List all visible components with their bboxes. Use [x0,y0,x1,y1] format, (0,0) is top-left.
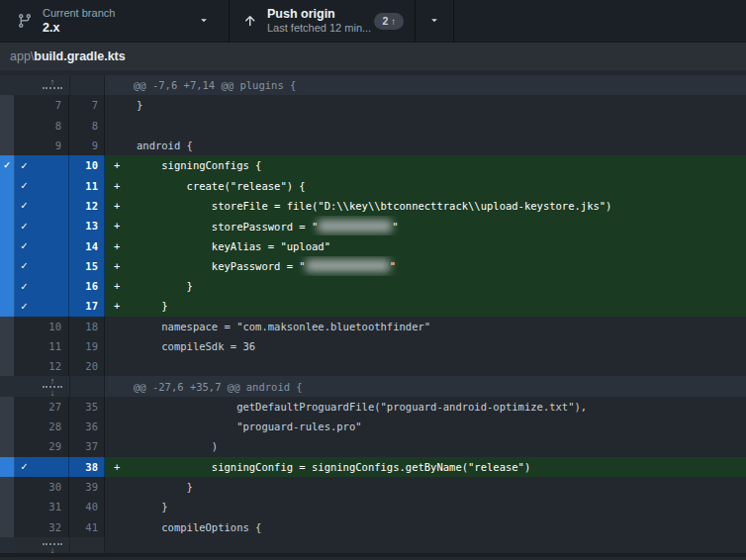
gutter-strip [0,356,15,376]
new-line-number[interactable]: 12 [69,196,105,216]
arrow-up-icon [242,14,257,29]
hunk-header-text: @@ -7,6 +7,14 @@ plugins { [134,79,296,91]
code-text: } [137,481,193,493]
code-text: } [137,280,193,292]
new-line-number: 7 [69,95,105,115]
code-text: compileOptions { [137,521,261,533]
new-line-number[interactable]: 13 [69,216,105,235]
gutter-strip [0,336,15,356]
added-line-marker: + [114,220,120,232]
line-select-checkbox[interactable]: ✓ [15,216,69,235]
check-icon: ✓ [21,280,28,293]
new-line-number[interactable]: 17 [69,296,105,316]
hunk-header: @@ -27,6 +35,7 @@ android { [105,376,746,396]
new-line-number: 39 [69,477,105,497]
diff-row: ✓17+ } [0,296,746,316]
push-origin-button[interactable]: Push origin Last fetched 12 min... 2 ↑ [230,0,415,42]
new-line-number: 41 [69,517,105,537]
new-line-number[interactable]: 16 [69,276,105,296]
code-text: getDefaultProguardFile("proguard-android… [137,401,587,413]
line-select-checkbox[interactable]: ✓ [15,155,69,175]
diff-row: 2836 "proguard-rules.pro" [0,417,746,436]
new-line-number: 18 [69,317,105,336]
added-line-marker: + [114,461,120,473]
code-line: + storeFile = file("D:\\key\\btconnecttr… [105,196,746,216]
diff-row: ✓11+ create("release") { [0,175,746,195]
expand-hunk-both-button[interactable]: ↑↓ [43,376,62,396]
check-icon: ✓ [3,160,11,170]
push-count: 2 [382,15,388,27]
diff-row: 88 [0,116,746,136]
gutter-strip [0,136,15,155]
diff-bottom-edge [0,553,746,557]
diff-row: 3241 compileOptions { [0,517,746,537]
diff-row: 1119 compileSdk = 36 [0,336,746,356]
old-line-number: 29 [15,436,69,456]
diff-row: 1018 namespace = "com.maksonlee.bluetoot… [0,317,746,336]
line-select-checkbox[interactable]: ✓ [15,296,69,316]
code-text: signingConfig = signingConfigs.getByName… [137,461,530,473]
push-options-dropdown-button[interactable] [416,0,453,42]
code-text: compileSdk = 36 [137,340,255,352]
file-name: build.gradle.kts [34,49,125,63]
new-line-number[interactable]: 38 [69,457,105,477]
last-fetched-text: Last fetched 12 min... [267,23,371,34]
code-line: } [105,497,746,516]
diff-row: ✓38+ signingConfig = signingConfigs.getB… [0,457,746,477]
new-line-number: 35 [69,397,105,417]
check-icon: ✓ [21,300,28,313]
expand-hunk-up-button[interactable]: ↑ [43,75,62,95]
hunk-selection-strip[interactable] [0,296,15,316]
code-line: } [105,477,746,497]
hunk-expand-gutter[interactable]: ↑↓ [15,376,105,396]
line-select-checkbox[interactable]: ✓ [15,457,69,477]
line-select-checkbox[interactable]: ✓ [15,196,69,216]
code-line: compileSdk = 36 [105,336,746,356]
code-line: + storePassword = "" [105,216,746,235]
new-line-number[interactable]: 10 [69,155,105,175]
code-line: compileOptions { [105,517,746,537]
file-path-header: app\build.gradle.kts [0,43,746,70]
hunk-selection-strip[interactable] [0,196,15,216]
diff-row: 3039 } [0,477,746,497]
code-text: } [137,300,168,312]
new-line-number[interactable]: 15 [69,256,105,276]
line-select-checkbox[interactable]: ✓ [15,256,69,276]
hunk-selection-strip[interactable] [0,276,15,296]
added-line-marker: + [114,280,120,292]
new-line-number: 40 [69,497,105,516]
hunk-selection-strip[interactable] [0,175,15,195]
hunk-expand-gutter[interactable]: ↑ [15,75,105,95]
diff-row: ✓16+ } [0,276,746,296]
hunk-selection-strip[interactable] [0,457,15,477]
new-line-number[interactable]: 11 [69,175,105,195]
new-line-number: 8 [69,116,105,136]
added-line-marker: + [114,200,120,212]
old-line-number: 9 [15,136,69,155]
file-path-prefix: app\ [10,49,34,63]
hunk-selection-strip[interactable]: ✓ [0,155,15,175]
gutter-strip [0,517,15,537]
diff-row: ↑@@ -7,6 +7,14 @@ plugins { [0,75,746,95]
diff-row: ✓14+ keyAlias = "upload" [0,235,746,255]
gutter-strip [0,376,15,396]
line-select-checkbox[interactable]: ✓ [15,175,69,195]
arrow-up-icon: ↑ [391,16,396,27]
hunk-selection-strip[interactable] [0,235,15,255]
diff-row: 1220 [0,356,746,376]
code-line: getDefaultProguardFile("proguard-android… [105,397,746,417]
expand-up-arrow-icon: ↑ [50,378,55,384]
code-line: } [105,95,746,115]
new-line-number[interactable]: 14 [69,235,105,255]
code-line: + signingConfig = signingConfigs.getByNa… [105,457,746,477]
current-branch-button[interactable]: Current branch 2.x [0,0,229,42]
old-line-number: 32 [15,517,69,537]
hunk-selection-strip[interactable] [0,256,15,276]
new-line-number: 36 [69,417,105,436]
code-line: android { [105,136,746,155]
check-icon: ✓ [21,159,28,172]
chevron-down-icon [198,12,210,30]
line-select-checkbox[interactable]: ✓ [15,235,69,255]
line-select-checkbox[interactable]: ✓ [15,276,69,296]
hunk-selection-strip[interactable] [0,216,15,235]
